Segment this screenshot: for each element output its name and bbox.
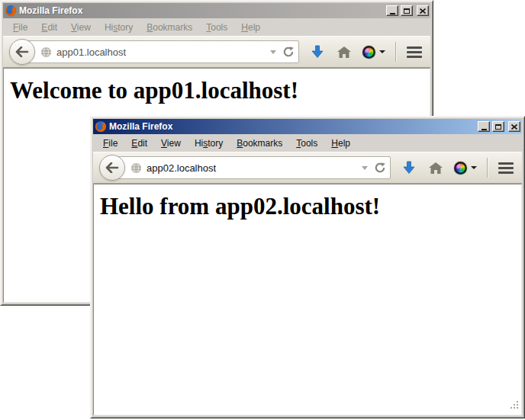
minimize-button[interactable] xyxy=(478,121,490,132)
urlbar-container xyxy=(99,155,391,181)
menu-item-help[interactable]: Help xyxy=(324,136,357,151)
reload-icon xyxy=(375,162,385,173)
maximize-button[interactable] xyxy=(401,5,413,16)
window-title: Mozilla Firefox xyxy=(109,121,475,132)
dropdown-caret-icon xyxy=(471,166,477,169)
page-heading: Hello from app02.localhost! xyxy=(100,193,515,220)
menu-item-history[interactable]: History xyxy=(98,20,140,35)
colorzilla-icon xyxy=(362,46,375,59)
home-icon xyxy=(429,162,443,174)
titlebar[interactable]: Mozilla Firefox xyxy=(3,3,430,18)
close-button[interactable] xyxy=(508,121,520,132)
download-arrow-icon xyxy=(402,161,416,175)
menubar: File Edit View History Bookmarks Tools H… xyxy=(3,19,430,36)
menu-item-tools[interactable]: Tools xyxy=(289,136,324,151)
globe-icon xyxy=(40,46,52,58)
reload-icon xyxy=(283,46,294,57)
hamburger-menu-icon xyxy=(407,46,422,58)
colorzilla-icon xyxy=(454,162,467,175)
home-button[interactable] xyxy=(427,156,444,179)
titlebar[interactable]: Mozilla Firefox xyxy=(93,119,522,134)
chevron-down-icon[interactable] xyxy=(362,166,368,170)
download-button[interactable] xyxy=(309,40,326,63)
menu-button[interactable] xyxy=(498,156,514,179)
desktop: { "windows": [ { "title": "Mozilla Firef… xyxy=(0,0,525,420)
toolbar-separator xyxy=(395,42,396,62)
back-arrow-icon xyxy=(15,46,29,57)
urlbar[interactable] xyxy=(113,156,391,179)
page-heading: Welcome to app01.localhost! xyxy=(10,77,424,104)
reload-button[interactable] xyxy=(283,46,294,57)
menu-item-edit[interactable]: Edit xyxy=(124,136,154,151)
firefox-icon xyxy=(95,120,107,133)
maximize-icon xyxy=(495,124,501,130)
menu-item-view[interactable]: View xyxy=(64,20,98,35)
page-content-app02: Hello from app02.localhost! xyxy=(93,184,522,415)
reload-button[interactable] xyxy=(375,162,385,173)
close-icon xyxy=(511,124,517,130)
navigation-toolbar xyxy=(93,152,522,184)
download-button[interactable] xyxy=(401,156,417,179)
menu-item-view[interactable]: View xyxy=(154,136,188,151)
menu-item-bookmarks[interactable]: Bookmarks xyxy=(230,136,289,151)
firefox-window-app02[interactable]: Mozilla Firefox File Edit View History B… xyxy=(90,116,525,418)
menubar: File Edit View History Bookmarks Tools H… xyxy=(93,135,522,152)
home-icon xyxy=(337,46,351,58)
colorzilla-button[interactable] xyxy=(362,40,385,63)
globe-icon xyxy=(130,162,142,174)
download-arrow-icon xyxy=(311,45,324,59)
maximize-icon xyxy=(404,8,410,14)
back-arrow-icon xyxy=(105,162,119,173)
back-button[interactable] xyxy=(9,39,35,65)
window-title: Mozilla Firefox xyxy=(19,5,384,16)
urlbar-container xyxy=(9,39,299,65)
menu-item-edit[interactable]: Edit xyxy=(34,20,64,35)
resize-grip-icon xyxy=(511,401,520,411)
menu-item-bookmarks[interactable]: Bookmarks xyxy=(140,20,199,35)
colorzilla-button[interactable] xyxy=(454,156,477,179)
menu-item-file[interactable]: File xyxy=(96,136,124,151)
maximize-button[interactable] xyxy=(492,121,504,132)
menu-item-tools[interactable]: Tools xyxy=(199,20,234,35)
url-input[interactable] xyxy=(56,46,266,58)
menu-item-history[interactable]: History xyxy=(188,136,230,151)
close-button[interactable] xyxy=(417,5,429,16)
navigation-toolbar xyxy=(3,36,430,68)
minimize-icon xyxy=(482,129,487,130)
resize-grip[interactable] xyxy=(511,400,520,414)
menu-item-help[interactable]: Help xyxy=(234,20,267,35)
menu-item-file[interactable]: File xyxy=(6,20,34,35)
menu-button[interactable] xyxy=(406,40,423,63)
dropdown-caret-icon xyxy=(379,50,385,53)
home-button[interactable] xyxy=(336,40,353,63)
hamburger-menu-icon xyxy=(498,162,514,174)
back-button[interactable] xyxy=(99,155,125,181)
url-input[interactable] xyxy=(147,162,357,174)
chevron-down-icon[interactable] xyxy=(270,50,276,54)
urlbar[interactable] xyxy=(23,40,299,63)
minimize-button[interactable] xyxy=(386,5,398,16)
close-icon xyxy=(420,8,426,14)
toolbar-separator xyxy=(487,158,488,178)
firefox-icon xyxy=(5,5,17,17)
minimize-icon xyxy=(390,13,395,14)
